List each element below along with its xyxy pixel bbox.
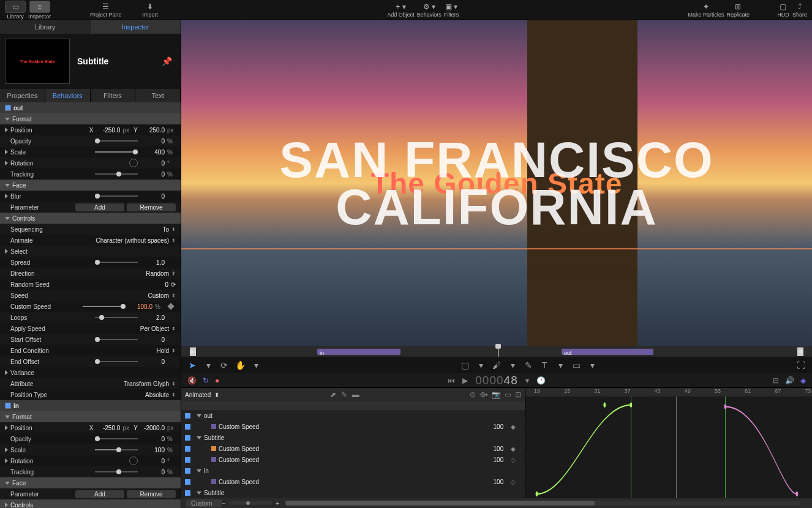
format-section-in[interactable]: Format	[0, 411, 181, 422]
library-button[interactable]: ▭	[5, 1, 26, 13]
snap-icon[interactable]: ⊙	[470, 390, 476, 399]
zoom-out-icon[interactable]: −	[222, 500, 225, 507]
inspector-button[interactable]: ≡	[29, 1, 50, 13]
keyframe-ruler[interactable]: 19253137434955616773	[525, 388, 812, 396]
keyframe-diamond-icon[interactable]: ◇	[511, 457, 516, 463]
track-group[interactable]: Subtitle	[181, 487, 525, 498]
fullscreen-icon[interactable]: ⛶	[795, 359, 807, 371]
checkbox-icon[interactable]	[5, 105, 11, 111]
keyframe-diamond-icon[interactable]: ◆	[511, 445, 516, 452]
record-icon[interactable]: ●	[215, 376, 219, 385]
pen-icon[interactable]: ✎	[341, 390, 347, 399]
out-bar[interactable]: out	[562, 349, 653, 355]
controls-section-in[interactable]: Controls	[0, 499, 181, 508]
keyframe-diamond-icon[interactable]: ◆	[511, 423, 516, 430]
text-tool-icon[interactable]: T	[538, 359, 551, 371]
arrow-icon[interactable]: ⬈	[330, 390, 336, 399]
goto-start-icon[interactable]: ⏮	[448, 376, 455, 385]
keyframe-editor-icon[interactable]: ◈	[800, 376, 806, 385]
horizontal-scrollbar[interactable]	[285, 501, 801, 506]
regenerate-icon[interactable]: ⟳	[171, 281, 176, 288]
keyframe-icon[interactable]	[167, 303, 174, 309]
variance-row[interactable]: Variance	[0, 367, 181, 378]
parameter-list[interactable]: out Format PositionX-250.0pxY250.0px Opa…	[0, 102, 181, 508]
track-param[interactable]: Custom Speed100◇ ·	[181, 476, 525, 487]
inspector-tab[interactable]: Inspector	[91, 20, 181, 34]
clear-icon[interactable]: ⊡	[515, 390, 521, 399]
checkbox-icon[interactable]	[185, 424, 190, 430]
track-group[interactable]: Subtitle	[181, 432, 525, 443]
face-section-in[interactable]: Face	[0, 477, 181, 488]
scale-slider[interactable]	[95, 148, 138, 156]
box-icon[interactable]: ▬	[352, 390, 359, 399]
remove-popup[interactable]: Remove	[127, 490, 176, 498]
loop-icon[interactable]: ↻	[203, 376, 209, 385]
mini-timeline[interactable]: ▶ in out ◀	[181, 346, 812, 357]
track-param[interactable]: Custom Speed100◆ ·	[181, 421, 525, 432]
opacity-slider[interactable]	[95, 137, 138, 145]
curve-type-popup[interactable]: Custom	[186, 499, 222, 507]
mask-tool-icon[interactable]: ▭	[570, 359, 582, 371]
timeline-icon[interactable]: ⊟	[773, 376, 779, 385]
behaviors-tab[interactable]: Behaviors	[45, 89, 91, 102]
arrow-tool-icon[interactable]: ➤	[186, 359, 198, 371]
make-particles-icon[interactable]: ✦	[699, 2, 713, 11]
transform-tool-icon[interactable]: ⟳	[218, 359, 230, 371]
shape-tool-icon[interactable]: ▢	[459, 359, 471, 371]
track-group[interactable]: out	[181, 410, 525, 421]
rotation-dial[interactable]	[129, 159, 138, 167]
pen-tool-icon[interactable]: ✎	[522, 359, 535, 371]
replicate-icon[interactable]: ⊞	[731, 2, 745, 11]
text-tab[interactable]: Text	[135, 89, 181, 102]
format-section[interactable]: Format	[0, 113, 181, 124]
controls-section[interactable]: Controls	[0, 213, 181, 224]
animated-popup[interactable]: Animated	[185, 392, 211, 398]
timecode-dropdown-icon[interactable]: ▾	[525, 376, 529, 385]
pin-icon[interactable]: 📌	[162, 56, 172, 66]
playhead[interactable]	[498, 346, 498, 357]
checkbox-icon[interactable]	[185, 490, 190, 496]
fit-icon[interactable]: ▭	[505, 390, 511, 399]
camera-icon[interactable]: 📷	[492, 390, 501, 399]
face-section[interactable]: Face	[0, 180, 181, 191]
import-icon[interactable]: ⬇	[143, 2, 157, 11]
track-value[interactable]: 100	[494, 479, 504, 485]
in-bar[interactable]: in	[317, 349, 400, 355]
track-value[interactable]: 100	[494, 445, 504, 452]
track-value[interactable]: 100	[494, 457, 504, 463]
in-point-icon[interactable]: ▶	[190, 347, 196, 356]
share-icon[interactable]: ⤴	[793, 2, 806, 11]
canvas-viewer[interactable]: SAN FRANCISCO The Golden State CALIFORNI…	[181, 20, 812, 346]
behavior-out-header[interactable]: out	[0, 102, 181, 113]
keyframe-diamond-icon[interactable]: ◇	[511, 479, 516, 485]
track-value[interactable]: 100	[494, 423, 504, 430]
blur-slider[interactable]	[95, 192, 138, 200]
behaviors-icon[interactable]: ⚙ ▾	[423, 2, 436, 11]
remove-popup[interactable]: Remove	[127, 203, 176, 211]
properties-tab[interactable]: Properties	[0, 89, 45, 102]
zoom-in-icon[interactable]: +	[276, 500, 279, 507]
hud-icon[interactable]: ▢	[776, 2, 790, 11]
snapshot-icon[interactable]: ⟴	[479, 390, 488, 399]
track-param[interactable]: Custom Speed100◇ ·	[181, 454, 525, 465]
out-point-icon[interactable]: ◀	[797, 347, 803, 356]
audio-icon[interactable]: 🔊	[785, 376, 794, 385]
paint-tool-icon[interactable]: 🖌	[491, 359, 503, 371]
checkbox-icon[interactable]	[185, 468, 190, 474]
track-param[interactable]: Custom Speed100◆ ·	[181, 443, 525, 454]
checkbox-icon[interactable]	[185, 446, 190, 452]
track-group[interactable]: in	[181, 465, 525, 476]
checkbox-icon[interactable]	[185, 479, 190, 485]
filters-tab[interactable]: Filters	[91, 89, 136, 102]
select-row[interactable]: Select	[0, 246, 181, 257]
library-tab[interactable]: Library	[0, 20, 91, 34]
project-pane-icon[interactable]: ☰	[99, 2, 113, 11]
add-object-icon[interactable]: + ▾	[394, 2, 407, 11]
mute-icon[interactable]: 🔇	[187, 376, 197, 385]
tracking-slider[interactable]	[95, 170, 138, 178]
checkbox-icon[interactable]	[185, 457, 190, 463]
checkbox-icon[interactable]	[5, 403, 11, 409]
filters-icon[interactable]: ▣ ▾	[445, 2, 458, 11]
checkbox-icon[interactable]	[185, 413, 190, 419]
checkbox-icon[interactable]	[185, 435, 190, 441]
